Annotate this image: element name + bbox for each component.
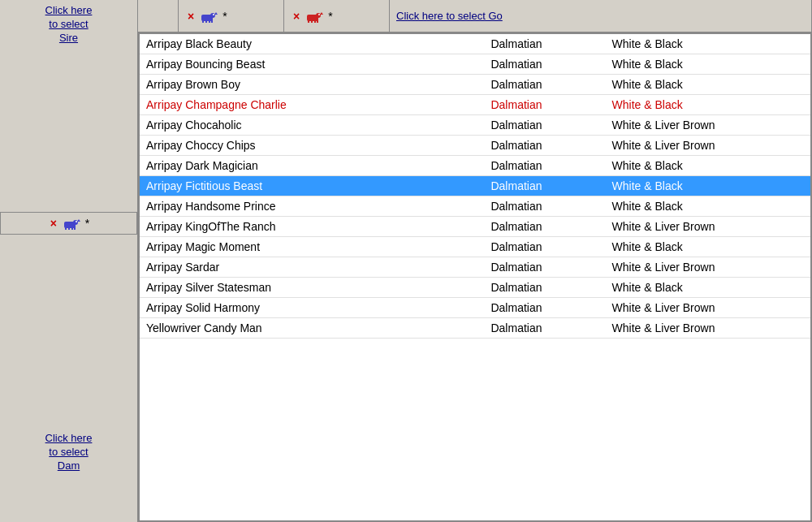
svg-rect-2	[65, 226, 67, 230]
svg-rect-3	[68, 226, 70, 230]
dog-name-cell: Arripay Handsome Prince	[140, 196, 484, 217]
dam-section: Click hereto selectDam	[0, 432, 137, 473]
svg-marker-22	[320, 12, 323, 15]
top-toolbar: × * ×	[138, 0, 812, 32]
dog-breed-cell: Dalmatian	[484, 136, 605, 156]
svg-rect-10	[202, 19, 204, 23]
toolbar-dam-clear[interactable]: ×	[291, 9, 302, 24]
table-row[interactable]: Arripay ChocaholicDalmatianWhite & Liver…	[140, 115, 810, 136]
sire-toolbar-row: × *	[0, 212, 137, 235]
table-row[interactable]: Arripay Choccy ChipsDalmatianWhite & Liv…	[140, 136, 810, 156]
dog-name-cell: Arripay Solid Harmony	[140, 298, 484, 318]
dog-breed-cell: Dalmatian	[484, 318, 605, 339]
table-row[interactable]: Arripay Bouncing BeastDalmatianWhite & B…	[140, 54, 810, 75]
table-row[interactable]: Arripay Champagne CharlieDalmatianWhite …	[140, 95, 810, 115]
dog-breed-cell: Dalmatian	[484, 278, 605, 298]
dog-list-table[interactable]: Arripay Black BeautyDalmatianWhite & Bla…	[138, 32, 812, 522]
dog-breed-cell: Dalmatian	[484, 176, 605, 196]
svg-rect-11	[205, 19, 207, 23]
svg-rect-13	[211, 19, 213, 23]
toolbar-sire-clear[interactable]: ×	[185, 9, 197, 24]
dog-breed-cell: Dalmatian	[484, 217, 605, 237]
dog-color-cell: White & Black	[606, 34, 810, 54]
dog-color-cell: White & Black	[606, 54, 810, 75]
table-row[interactable]: Arripay SardarDalmatianWhite & Liver Bro…	[140, 257, 810, 278]
sire-section: Click hereto selectSire	[41, 0, 97, 50]
dog-name-cell: Arripay Brown Boy	[140, 75, 484, 95]
svg-point-7	[76, 221, 77, 222]
table-row[interactable]: Yellowriver Candy ManDalmatianWhite & Li…	[140, 318, 810, 339]
svg-rect-19	[311, 19, 313, 23]
table-row[interactable]: Arripay Brown BoyDalmatianWhite & Black	[140, 75, 810, 95]
dog-breed-cell: Dalmatian	[484, 115, 605, 136]
dog-color-cell: White & Black	[606, 278, 810, 298]
dog-breed-cell: Dalmatian	[484, 95, 605, 115]
sire-dog-icon	[63, 215, 82, 231]
toolbar-sire-dog-icon	[200, 8, 219, 24]
dog-color-cell: White & Liver Brown	[606, 115, 810, 136]
dog-name-cell: Arripay Champagne Charlie	[140, 95, 484, 115]
svg-rect-5	[74, 226, 76, 230]
svg-point-15	[213, 14, 214, 15]
left-sidebar: Click hereto selectSire × *	[0, 0, 138, 522]
dog-color-cell: White & Liver Brown	[606, 217, 810, 237]
dog-color-cell: White & Black	[606, 95, 810, 115]
dog-name-cell: Arripay Black Beauty	[140, 34, 484, 54]
dog-breed-cell: Dalmatian	[484, 34, 605, 54]
sire-select-link[interactable]: Click hereto selectSire	[45, 4, 93, 45]
table-row[interactable]: Arripay Fictitious BeastDalmatianWhite &…	[140, 176, 810, 196]
table-row[interactable]: Arripay Silver StatesmanDalmatianWhite &…	[140, 278, 810, 298]
dog-name-cell: Arripay Fictitious Beast	[140, 176, 484, 196]
svg-point-17	[316, 13, 321, 18]
dog-breed-cell: Dalmatian	[484, 237, 605, 257]
dog-breed-cell: Dalmatian	[484, 298, 605, 318]
dog-color-cell: White & Black	[606, 196, 810, 217]
svg-rect-18	[308, 19, 309, 23]
table-row[interactable]: Arripay Solid HarmonyDalmatianWhite & Li…	[140, 298, 810, 318]
dog-breed-cell: Dalmatian	[484, 54, 605, 75]
dam-select-link[interactable]: Click hereto selectDam	[45, 432, 93, 473]
dog-breed-cell: Dalmatian	[484, 196, 605, 217]
svg-rect-21	[317, 19, 318, 23]
go-select-link[interactable]: Click here to select Go	[390, 0, 812, 32]
svg-point-9	[210, 13, 215, 18]
dog-breed-cell: Dalmatian	[484, 257, 605, 278]
dog-name-cell: Arripay Magic Moment	[140, 237, 484, 257]
dog-name-cell: Yellowriver Candy Man	[140, 318, 484, 339]
dog-breed-cell: Dalmatian	[484, 75, 605, 95]
svg-marker-14	[214, 12, 218, 15]
dog-color-cell: White & Liver Brown	[606, 136, 810, 156]
table-row[interactable]: Arripay Handsome PrinceDalmatianWhite & …	[140, 196, 810, 217]
sire-star-button[interactable]: *	[85, 217, 89, 230]
dog-color-cell: White & Black	[606, 237, 810, 257]
dog-color-cell: White & Liver Brown	[606, 298, 810, 318]
dog-name-cell: Arripay Dark Magician	[140, 156, 484, 176]
table-row[interactable]: Arripay Dark MagicianDalmatianWhite & Bl…	[140, 156, 810, 176]
dog-color-cell: White & Liver Brown	[606, 318, 810, 339]
dog-name-cell: Arripay Choccy Chips	[140, 136, 484, 156]
svg-marker-6	[77, 219, 80, 222]
table-row[interactable]: Arripay Magic MomentDalmatianWhite & Bla…	[140, 237, 810, 257]
top-area: × * ×	[138, 0, 812, 522]
toolbar-dam-star[interactable]: *	[328, 10, 332, 23]
dog-name-cell: Arripay Silver Statesman	[140, 278, 484, 298]
toolbar-sire-cell: × *	[179, 0, 284, 32]
dog-name-cell: Arripay Chocaholic	[140, 115, 484, 136]
table-row[interactable]: Arripay Black BeautyDalmatianWhite & Bla…	[140, 34, 810, 54]
dog-name-cell: Arripay Bouncing Beast	[140, 54, 484, 75]
svg-rect-20	[314, 19, 316, 23]
sire-clear-button[interactable]: ×	[48, 216, 59, 231]
svg-point-1	[73, 220, 78, 225]
dog-color-cell: White & Liver Brown	[606, 257, 810, 278]
main-container: Click hereto selectSire × *	[0, 0, 812, 522]
toolbar-dam-dog-icon	[305, 8, 325, 24]
dog-color-cell: White & Black	[606, 75, 810, 95]
dog-name-cell: Arripay KingOfThe Ranch	[140, 217, 484, 237]
dog-color-cell: White & Black	[606, 156, 810, 176]
svg-point-23	[318, 14, 320, 15]
dog-name-cell: Arripay Sardar	[140, 257, 484, 278]
table-row[interactable]: Arripay KingOfThe RanchDalmatianWhite & …	[140, 217, 810, 237]
toolbar-dam-cell: × *	[284, 0, 390, 32]
svg-rect-12	[209, 19, 210, 23]
toolbar-sire-star[interactable]: *	[222, 10, 227, 23]
